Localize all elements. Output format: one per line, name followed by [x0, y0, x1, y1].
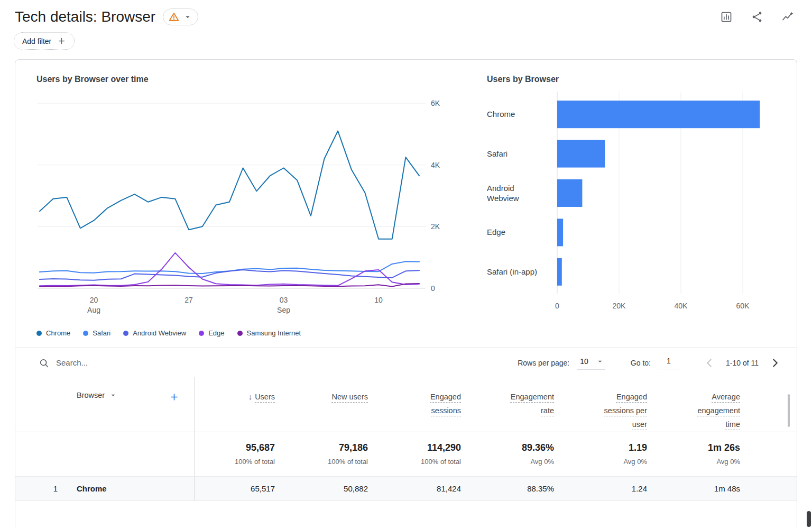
chart-legend: ChromeSafariAndroid WebviewEdgeSamsung I…	[36, 329, 459, 337]
plus-icon	[169, 392, 179, 402]
charts-section: Users by Browser over time 6K4K2K020Aug2…	[15, 60, 797, 337]
column-header-engagement-rate[interactable]: Engagement rate	[474, 377, 567, 432]
column-header-users[interactable]: ↓Users	[195, 377, 288, 432]
legend-item-edge[interactable]: Edge	[199, 329, 224, 337]
warning-icon	[169, 12, 179, 22]
table-row: 1 Chrome 65,517 50,882 81,424 88.35% 1.2…	[15, 477, 797, 501]
legend-label: Edge	[208, 329, 224, 337]
page-title: Tech details: Browser	[15, 8, 155, 25]
legend-item-android-webview[interactable]: Android Webview	[123, 329, 186, 337]
totals-new-users: 79,186100% of total	[288, 432, 381, 476]
chevron-right-icon	[768, 356, 782, 370]
svg-text:10: 10	[374, 296, 383, 304]
svg-text:20: 20	[90, 296, 98, 304]
svg-text:2K: 2K	[431, 222, 440, 231]
add-filter-button[interactable]: Add filter	[14, 32, 75, 50]
svg-text:Safari (in-app): Safari (in-app)	[487, 267, 537, 276]
metric-value-avg-engagement-time: 1m 48s	[660, 477, 753, 500]
users-over-time-block: Users by Browser over time 6K4K2K020Aug2…	[36, 75, 459, 337]
dimension-header-label: Browser	[77, 391, 105, 399]
table-header-row: Browser ↓Users New users Engaged session…	[15, 377, 797, 432]
filter-bar: Add filter	[0, 25, 812, 50]
svg-text:Safari: Safari	[487, 149, 508, 158]
totals-engagement-rate: 89.36%Avg 0%	[474, 432, 567, 476]
row-index: 1	[15, 484, 58, 493]
bar-chart-title: Users by Browser	[487, 75, 783, 84]
legend-dot	[36, 331, 42, 336]
svg-text:4K: 4K	[431, 161, 440, 169]
legend-dot	[199, 331, 204, 336]
add-filter-label: Add filter	[22, 37, 51, 45]
users-by-browser-block: Users by Browser 020K40K60KChromeSafariA…	[487, 75, 783, 337]
legend-item-safari[interactable]: Safari	[83, 329, 110, 337]
svg-text:0: 0	[431, 284, 435, 293]
page-header: Tech details: Browser	[0, 0, 812, 25]
svg-text:Aug: Aug	[87, 306, 100, 314]
share-button[interactable]	[751, 11, 763, 23]
add-metric-button[interactable]	[169, 392, 179, 404]
sort-desc-icon: ↓	[248, 392, 253, 401]
column-header-avg-engagement-time[interactable]: Average engagement time	[660, 377, 753, 432]
dimension-cell: 1 Chrome	[15, 477, 195, 500]
rows-per-page-value: 10	[580, 357, 588, 366]
search-input[interactable]	[56, 358, 188, 367]
legend-label: Chrome	[46, 329, 70, 337]
share-icon	[751, 11, 763, 23]
plus-icon	[57, 37, 66, 45]
customize-report-icon	[720, 11, 733, 23]
page-range-label: 1-10 of 11	[726, 359, 759, 367]
users-over-time-chart[interactable]: 6K4K2K020Aug2703Sep10	[36, 87, 459, 328]
table-pagination-controls: Rows per page: 10 Go to: 1-10 of 11	[518, 355, 783, 371]
metric-value-users: 65,517	[195, 477, 288, 500]
svg-text:60K: 60K	[736, 302, 750, 310]
table-scrollbar[interactable]	[788, 394, 790, 427]
customize-report-button[interactable]	[720, 11, 733, 23]
legend-item-chrome[interactable]: Chrome	[36, 329, 70, 337]
svg-text:40K: 40K	[675, 302, 688, 310]
legend-dot	[83, 331, 88, 336]
dimension-header-cell: Browser	[15, 377, 195, 432]
svg-text:03: 03	[280, 296, 288, 304]
totals-engaged-sessions: 114,290100% of total	[381, 432, 474, 476]
report-card: Users by Browser over time 6K4K2K020Aug2…	[15, 59, 797, 528]
metric-value-engaged-sessions: 81,424	[381, 477, 474, 500]
window-scrollbar-thumb[interactable]	[807, 511, 811, 527]
users-by-browser-chart[interactable]: 020K40K60KChromeSafariAndroidWebviewEdge…	[487, 87, 783, 328]
report-warning-badge[interactable]	[163, 8, 198, 25]
search-icon	[39, 358, 49, 368]
totals-engaged-sessions-per-user: 1.19Avg 0%	[567, 432, 660, 476]
rows-per-page-select[interactable]: 10	[577, 356, 605, 370]
prev-page-button[interactable]	[702, 355, 717, 371]
column-header-new-users[interactable]: New users	[288, 377, 381, 432]
legend-dot	[123, 331, 128, 336]
goto-label: Go to:	[631, 359, 651, 367]
insights-button[interactable]	[781, 11, 794, 23]
column-header-engaged-sessions-per-user[interactable]: Engaged sessions per user	[567, 377, 660, 432]
legend-item-samsung-internet[interactable]: Samsung Internet	[237, 329, 301, 337]
chevron-down-icon	[183, 12, 192, 22]
dimension-selector-browser[interactable]: Browser	[77, 391, 117, 399]
table-search[interactable]	[39, 358, 208, 368]
report-actions	[720, 11, 794, 23]
totals-users: 95,687100% of total	[195, 432, 288, 476]
svg-text:Android: Android	[487, 184, 514, 193]
metric-value-new-users: 50,882	[288, 477, 381, 500]
chevron-down-icon	[109, 391, 117, 399]
legend-label: Samsung Internet	[247, 329, 301, 337]
metric-value-engaged-sessions-per-user: 1.24	[567, 477, 660, 500]
svg-text:Edge: Edge	[487, 227, 505, 236]
svg-text:Chrome: Chrome	[487, 110, 515, 119]
chevron-down-icon	[596, 357, 604, 366]
svg-text:Sep: Sep	[277, 306, 290, 314]
svg-text:0: 0	[555, 302, 559, 310]
svg-text:20K: 20K	[613, 302, 626, 310]
totals-avg-engagement-time: 1m 26sAvg 0%	[660, 432, 753, 476]
svg-text:Webview: Webview	[487, 194, 519, 203]
dimension-value: Chrome	[77, 484, 107, 493]
column-header-engaged-sessions[interactable]: Engaged sessions	[381, 377, 474, 432]
chevron-left-icon	[703, 356, 716, 370]
table-totals-row: 95,687100% of total 79,186100% of total …	[15, 432, 797, 477]
goto-page-input[interactable]	[657, 357, 680, 369]
next-page-button[interactable]	[767, 355, 783, 371]
legend-label: Android Webview	[133, 329, 186, 337]
